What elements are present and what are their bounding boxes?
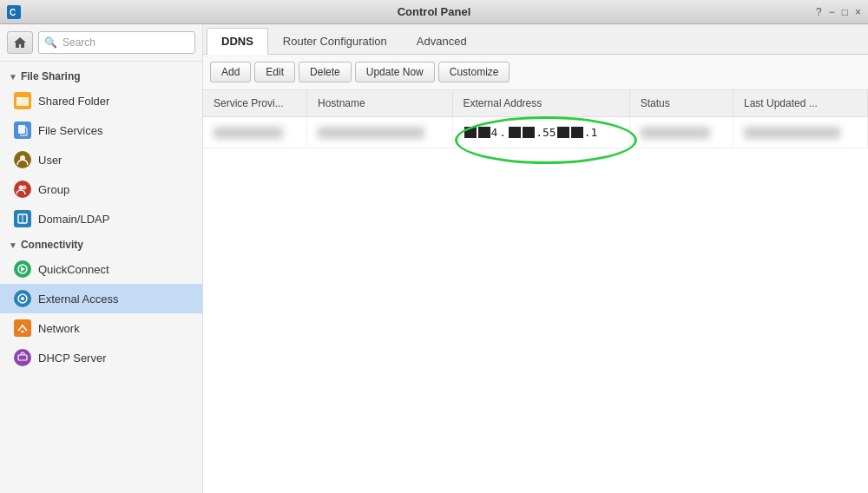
svg-text:C: C bbox=[10, 8, 16, 17]
quickconnect-icon bbox=[14, 260, 31, 278]
dhcp-icon bbox=[14, 349, 31, 366]
ip-char-5: 1 bbox=[591, 126, 598, 139]
home-icon bbox=[13, 36, 27, 49]
search-placeholder: Search bbox=[62, 36, 95, 49]
domain-ldap-label: Domain/LDAP bbox=[38, 213, 109, 226]
folder-icon bbox=[14, 92, 31, 109]
table-row[interactable]: synology hostname.synology.me 4 . bbox=[203, 117, 868, 148]
cell-last-updated: 2023-01-01 12:00:00 bbox=[733, 117, 868, 148]
cell-external-address: 4 . . 55 . 1 bbox=[452, 117, 629, 148]
ip-char-3: 55 bbox=[542, 126, 556, 139]
cell-status: Normal bbox=[629, 117, 733, 148]
ldap-icon bbox=[14, 210, 31, 227]
chevron-down-icon: ▼ bbox=[9, 72, 17, 82]
sidebar-item-shared-folder[interactable]: Shared Folder bbox=[0, 86, 202, 115]
cell-hostname: hostname.synology.me bbox=[306, 117, 452, 148]
ip-block-4 bbox=[523, 127, 535, 138]
cell-service-provider: synology bbox=[203, 117, 306, 148]
quickconnect-label: QuickConnect bbox=[38, 263, 109, 276]
chevron-connectivity-icon: ▼ bbox=[9, 240, 17, 250]
file-services-icon bbox=[14, 122, 31, 139]
ip-block-6 bbox=[571, 127, 583, 138]
window-title: Control Panel bbox=[398, 5, 471, 18]
tab-ddns[interactable]: DDNS bbox=[207, 28, 268, 55]
shared-folder-label: Shared Folder bbox=[38, 95, 109, 108]
sidebar-item-domain-ldap[interactable]: Domain/LDAP bbox=[0, 204, 202, 233]
table-container: Service Provi... Hostname External Addre… bbox=[203, 90, 868, 493]
app-container: 🔍 Search ▼ File Sharing Shared Folder bbox=[0, 24, 868, 493]
external-access-icon bbox=[14, 290, 31, 307]
tab-advanced[interactable]: Advanced bbox=[402, 28, 482, 54]
main-content: DDNS Router Configuration Advanced Add E… bbox=[203, 24, 868, 493]
section-connectivity-label: Connectivity bbox=[21, 239, 83, 251]
sidebar-search-bar: 🔍 Search bbox=[0, 24, 202, 62]
edit-button[interactable]: Edit bbox=[254, 62, 295, 82]
ip-char-4: . bbox=[584, 126, 591, 139]
status-value: Normal bbox=[641, 127, 710, 139]
maximize-button[interactable]: □ bbox=[842, 6, 848, 18]
ip-block-5 bbox=[557, 127, 569, 138]
network-label: Network bbox=[38, 322, 80, 335]
external-access-label: External Access bbox=[38, 293, 119, 306]
help-button[interactable]: ? bbox=[816, 6, 822, 18]
toolbar: Add Edit Delete Update Now Customize bbox=[203, 55, 868, 90]
titlebar: C Control Panel ? − □ × bbox=[0, 0, 868, 24]
section-file-sharing-label: File Sharing bbox=[21, 70, 81, 82]
user-label: User bbox=[38, 154, 62, 167]
sidebar: 🔍 Search ▼ File Sharing Shared Folder bbox=[0, 24, 203, 493]
app-icon: C bbox=[7, 5, 21, 19]
last-updated-value: 2023-01-01 12:00:00 bbox=[744, 127, 840, 139]
tab-router-configuration[interactable]: Router Configuration bbox=[268, 28, 402, 54]
delete-button[interactable]: Delete bbox=[299, 62, 352, 82]
sidebar-item-user[interactable]: User bbox=[0, 145, 202, 174]
ip-block-2 bbox=[478, 127, 490, 138]
ip-block-3 bbox=[509, 127, 521, 138]
tabs-bar: DDNS Router Configuration Advanced bbox=[203, 24, 868, 55]
col-external-address: External Address bbox=[452, 90, 629, 117]
svg-rect-13 bbox=[21, 331, 24, 332]
section-file-sharing[interactable]: ▼ File Sharing bbox=[0, 65, 202, 86]
customize-button[interactable]: Customize bbox=[438, 62, 510, 82]
dhcp-server-label: DHCP Server bbox=[38, 352, 107, 365]
user-icon bbox=[14, 151, 31, 168]
file-services-label: File Services bbox=[38, 124, 102, 137]
home-button[interactable] bbox=[7, 31, 33, 54]
svg-point-7 bbox=[23, 186, 27, 190]
svg-rect-4 bbox=[18, 125, 25, 134]
col-status: Status bbox=[629, 90, 733, 117]
ddns-table: Service Provi... Hostname External Addre… bbox=[203, 90, 868, 148]
table-header-row: Service Provi... Hostname External Addre… bbox=[203, 90, 868, 117]
close-button[interactable]: × bbox=[855, 6, 861, 18]
sidebar-item-network[interactable]: Network bbox=[0, 313, 202, 343]
window-controls[interactable]: ? − □ × bbox=[816, 6, 861, 18]
sidebar-item-dhcp-server[interactable]: DHCP Server bbox=[0, 343, 202, 372]
ip-char-2: . bbox=[536, 126, 542, 139]
search-icon: 🔍 bbox=[44, 36, 57, 49]
col-hostname: Hostname bbox=[306, 90, 452, 117]
update-now-button[interactable]: Update Now bbox=[355, 62, 435, 82]
svg-rect-14 bbox=[18, 355, 27, 360]
svg-rect-3 bbox=[16, 97, 22, 99]
svg-point-12 bbox=[21, 297, 24, 300]
service-provider-value: synology bbox=[214, 127, 283, 139]
group-icon bbox=[14, 181, 31, 198]
group-label: Group bbox=[38, 183, 69, 196]
add-button[interactable]: Add bbox=[210, 62, 251, 82]
sidebar-item-file-services[interactable]: File Services bbox=[0, 115, 202, 145]
sidebar-item-group[interactable]: Group bbox=[0, 174, 202, 204]
network-icon bbox=[14, 319, 31, 337]
sidebar-nav: ▼ File Sharing Shared Folder File Servic… bbox=[0, 62, 202, 493]
ip-address-display: 4 . . 55 . 1 bbox=[464, 126, 619, 139]
sidebar-item-quickconnect[interactable]: QuickConnect bbox=[0, 254, 202, 284]
sidebar-item-external-access[interactable]: External Access bbox=[0, 284, 202, 313]
minimize-button[interactable]: − bbox=[829, 6, 835, 18]
table-wrapper: Service Provi... Hostname External Addre… bbox=[203, 90, 868, 148]
col-service-provider: Service Provi... bbox=[203, 90, 306, 117]
hostname-value: hostname.synology.me bbox=[318, 127, 424, 139]
ip-block-1 bbox=[464, 127, 477, 138]
section-connectivity[interactable]: ▼ Connectivity bbox=[0, 233, 202, 254]
col-last-updated: Last Updated ... bbox=[733, 90, 868, 117]
search-input[interactable]: 🔍 Search bbox=[38, 31, 195, 54]
ip-char-1: 4 bbox=[491, 126, 498, 139]
